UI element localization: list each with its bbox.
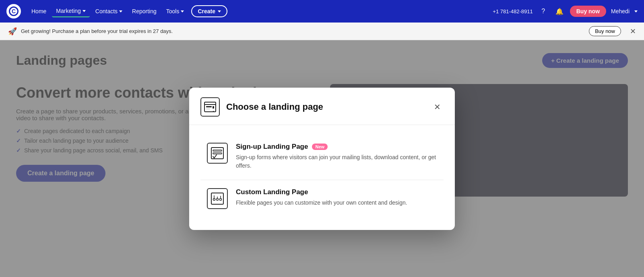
- custom-landing-page-option[interactable]: Custom Landing Page Flexible pages you c…: [200, 182, 444, 215]
- svg-rect-4: [213, 106, 214, 109]
- phone-number: +1 781-482-8911: [493, 8, 533, 14]
- signup-option-desc: Sign-up forms where visitors can join yo…: [236, 153, 437, 170]
- chevron-down-icon[interactable]: [634, 10, 638, 12]
- modal-body: Sign-up Landing Page New Sign-up forms w…: [189, 125, 455, 230]
- divider: [200, 180, 444, 180]
- signup-landing-page-option[interactable]: Sign-up Landing Page New Sign-up forms w…: [200, 136, 444, 176]
- nav-right: +1 781-482-8911 ? 🔔 Buy now Mehedi: [493, 6, 638, 17]
- banner-text: Get growing! Purchase a plan before your…: [21, 28, 173, 34]
- logo[interactable]: [6, 4, 21, 18]
- modal-header: Choose a landing page ✕: [189, 88, 455, 125]
- svg-rect-7: [213, 153, 222, 154]
- buy-now-button[interactable]: Buy now: [570, 6, 606, 17]
- custom-page-icon: [207, 188, 228, 209]
- create-button[interactable]: Create: [191, 5, 227, 17]
- custom-option-content: Custom Landing Page Flexible pages you c…: [236, 188, 437, 207]
- svg-point-11: [220, 198, 222, 200]
- help-icon[interactable]: ?: [538, 6, 549, 17]
- custom-icon: [210, 191, 225, 206]
- modal-header-icon: [200, 97, 220, 117]
- nav-reporting[interactable]: Reporting: [128, 6, 161, 17]
- signup-option-title: Sign-up Landing Page: [236, 143, 308, 151]
- close-button[interactable]: ✕: [431, 101, 444, 113]
- nav-home[interactable]: Home: [27, 6, 50, 17]
- banner-buy-button[interactable]: Buy now: [589, 26, 621, 36]
- landing-page-icon: [204, 101, 217, 113]
- notifications-icon[interactable]: 🔔: [554, 6, 565, 17]
- svg-rect-2: [206, 106, 212, 107]
- signup-icon: [210, 146, 225, 160]
- navbar: Home Marketing Contacts Reporting Tools …: [0, 0, 644, 23]
- chevron-down-icon: [218, 10, 221, 12]
- modal-title: Choose a landing page: [226, 102, 424, 112]
- custom-title-row: Custom Landing Page: [236, 188, 437, 196]
- svg-point-10: [217, 198, 219, 200]
- chevron-down-icon: [181, 10, 184, 12]
- trial-banner: 🚀 Get growing! Purchase a plan before yo…: [0, 23, 644, 40]
- nav-contacts[interactable]: Contacts: [91, 6, 126, 17]
- new-badge: New: [312, 144, 328, 150]
- nav-tools[interactable]: Tools: [162, 6, 188, 17]
- user-menu[interactable]: Mehedi: [611, 8, 630, 14]
- main-content: Landing pages + Create a landing page Co…: [0, 40, 644, 277]
- signup-option-content: Sign-up Landing Page New Sign-up forms w…: [236, 143, 437, 170]
- custom-option-title: Custom Landing Page: [236, 188, 308, 196]
- rocket-icon: 🚀: [8, 27, 17, 36]
- nav-marketing[interactable]: Marketing: [52, 5, 89, 17]
- choose-landing-page-modal: Choose a landing page ✕: [189, 88, 455, 230]
- chevron-down-icon: [119, 10, 122, 12]
- chevron-down-icon: [83, 10, 86, 12]
- close-icon[interactable]: ✕: [630, 27, 636, 36]
- signup-page-icon: [207, 143, 228, 164]
- svg-rect-3: [206, 109, 210, 109]
- svg-rect-6: [213, 150, 222, 151]
- custom-option-desc: Flexible pages you can customize with yo…: [236, 199, 437, 207]
- svg-point-9: [213, 198, 215, 200]
- modal-overlay[interactable]: Choose a landing page ✕: [0, 40, 644, 277]
- signup-title-row: Sign-up Landing Page New: [236, 143, 437, 151]
